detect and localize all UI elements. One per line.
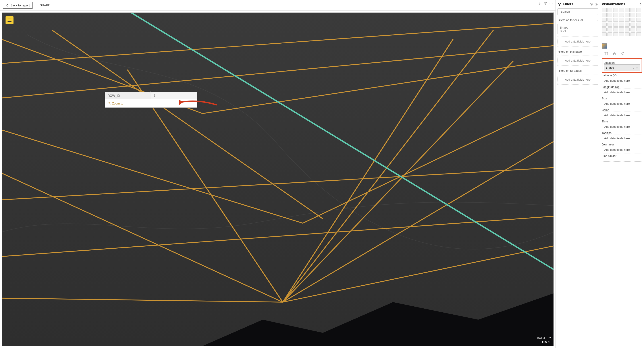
field-well-label: Latitude (Y) bbox=[602, 74, 642, 77]
chevron-right-icon[interactable] bbox=[639, 3, 642, 6]
viz-type-tile[interactable] bbox=[636, 13, 641, 17]
field-well-dropzone[interactable]: Add data fields here bbox=[602, 134, 642, 142]
field-well-dropzone[interactable]: Add data fields here bbox=[602, 123, 642, 130]
svg-point-1 bbox=[591, 4, 592, 5]
filter-icon bbox=[558, 2, 562, 6]
field-well-label: Time bbox=[602, 120, 642, 123]
topbar: Back to report SHAPE ··· bbox=[0, 0, 556, 11]
filters-all-dropzone[interactable]: Add data fields here bbox=[558, 74, 598, 84]
viz-type-tile[interactable] bbox=[602, 32, 606, 36]
viz-type-tile[interactable] bbox=[602, 13, 606, 17]
viz-type-tile[interactable] bbox=[608, 13, 612, 17]
filter-search-input[interactable] bbox=[561, 10, 598, 13]
viz-more-button[interactable]: · · · bbox=[602, 38, 642, 42]
viz-type-tile[interactable] bbox=[613, 8, 618, 12]
viz-type-tile[interactable] bbox=[630, 13, 635, 17]
svg-point-5 bbox=[622, 52, 624, 54]
map-canvas[interactable]: ROW_ID 5 Zoom to POWERED BY esri bbox=[2, 12, 554, 346]
field-well-dropzone[interactable]: Add data fields here bbox=[602, 77, 642, 84]
viz-type-tile[interactable] bbox=[613, 22, 618, 26]
viz-type-tile[interactable] bbox=[630, 18, 635, 22]
viz-type-tile[interactable] bbox=[608, 22, 612, 26]
viz-type-tile[interactable] bbox=[636, 22, 641, 26]
viz-type-tile[interactable] bbox=[613, 28, 618, 32]
viz-type-tile[interactable] bbox=[630, 32, 635, 36]
fields-tab[interactable] bbox=[604, 52, 608, 56]
field-well-label: Longitude (X) bbox=[602, 85, 642, 88]
back-label: Back to report bbox=[10, 4, 30, 7]
viz-type-tile[interactable] bbox=[608, 8, 612, 12]
viz-type-tile[interactable] bbox=[630, 8, 635, 12]
filter-card-shape[interactable]: Shape is (All) bbox=[558, 24, 598, 34]
selected-viz-icon[interactable] bbox=[602, 44, 607, 49]
more-icon[interactable]: ··· bbox=[549, 2, 553, 5]
field-well-dropzone[interactable]: Add data fields here bbox=[602, 112, 642, 119]
filter-search[interactable] bbox=[558, 8, 598, 15]
viz-type-tile[interactable] bbox=[613, 13, 618, 17]
viz-type-tile[interactable] bbox=[636, 8, 641, 12]
popup-field-name: ROW_ID bbox=[105, 92, 151, 99]
viz-type-tile[interactable] bbox=[630, 22, 635, 26]
arrow-left-icon bbox=[6, 4, 9, 7]
more-icon[interactable]: ··· bbox=[596, 18, 598, 22]
viz-type-tile[interactable] bbox=[625, 28, 630, 32]
chevron-down-icon[interactable]: ⌄ bbox=[632, 66, 634, 69]
more-icon[interactable]: ··· bbox=[596, 50, 598, 53]
viz-type-tile[interactable] bbox=[619, 28, 624, 32]
map-menu-button[interactable] bbox=[6, 16, 14, 24]
viz-type-tile[interactable] bbox=[625, 18, 630, 22]
visualizations-pane: Visualizations · · · LocationShape⌄✕Lati… bbox=[600, 0, 644, 348]
viz-type-tile[interactable] bbox=[608, 18, 612, 22]
filters-page-dropzone[interactable]: Add data fields here bbox=[558, 56, 598, 66]
highlighted-field-well: LocationShape⌄✕ bbox=[602, 58, 642, 73]
viz-type-tile[interactable] bbox=[625, 22, 630, 26]
field-well-label: Tooltips bbox=[602, 131, 642, 134]
filter-icon[interactable] bbox=[544, 2, 547, 5]
field-well-dropzone[interactable]: Add data fields here bbox=[602, 88, 642, 96]
more-icon[interactable]: ··· bbox=[596, 69, 598, 72]
viz-type-tile[interactable] bbox=[602, 8, 606, 12]
viz-type-tile[interactable] bbox=[619, 22, 624, 26]
viz-type-tile[interactable] bbox=[636, 28, 641, 32]
viz-type-tile[interactable] bbox=[619, 32, 624, 36]
zoom-to-button[interactable]: Zoom to bbox=[105, 100, 197, 107]
viz-type-tile[interactable] bbox=[619, 8, 624, 12]
viz-type-tile[interactable] bbox=[619, 13, 624, 17]
remove-icon[interactable]: ✕ bbox=[636, 66, 638, 69]
filters-visual-dropzone[interactable]: Add data fields here bbox=[558, 36, 598, 46]
field-well-dropzone[interactable]: Add data fields here bbox=[602, 146, 642, 154]
viz-type-tile[interactable] bbox=[636, 32, 641, 36]
viz-type-tile[interactable] bbox=[625, 13, 630, 17]
format-tab[interactable] bbox=[613, 52, 616, 56]
viz-type-tile[interactable] bbox=[613, 18, 618, 22]
viz-type-tile[interactable] bbox=[608, 28, 612, 32]
map-popup: ROW_ID 5 Zoom to bbox=[105, 92, 197, 108]
viz-type-tile[interactable] bbox=[602, 18, 606, 22]
viz-type-tile[interactable] bbox=[625, 8, 630, 12]
field-well-dropzone[interactable]: Add data fields here bbox=[602, 100, 642, 107]
viz-type-tile[interactable] bbox=[630, 28, 635, 32]
field-well-label: Size bbox=[602, 97, 642, 100]
field-well-dropzone[interactable] bbox=[602, 158, 642, 162]
collapse-icon[interactable] bbox=[594, 2, 598, 6]
field-well-label: Join layer bbox=[602, 143, 642, 146]
map-lines bbox=[2, 12, 554, 346]
viz-type-tile[interactable] bbox=[625, 32, 630, 36]
filters-all-label: Filters on all pages bbox=[558, 69, 582, 72]
viz-type-tile[interactable] bbox=[636, 18, 641, 22]
popup-field-value: 5 bbox=[151, 92, 197, 99]
analytics-tab[interactable] bbox=[621, 52, 625, 56]
viz-type-tile[interactable] bbox=[613, 32, 618, 36]
viz-type-tile[interactable] bbox=[602, 22, 606, 26]
back-to-report-button[interactable]: Back to report bbox=[3, 2, 32, 9]
field-pill[interactable]: Shape⌄✕ bbox=[604, 64, 640, 71]
field-well-label: Location bbox=[604, 61, 640, 64]
viz-type-tile[interactable] bbox=[619, 18, 624, 22]
viz-type-tile[interactable] bbox=[608, 32, 612, 36]
filters-title: Filters bbox=[563, 2, 574, 6]
pin-icon[interactable] bbox=[538, 2, 541, 5]
eye-icon[interactable] bbox=[590, 2, 593, 6]
viz-type-tile[interactable] bbox=[602, 28, 606, 32]
viz-gallery bbox=[602, 8, 642, 36]
field-well-label: Find similar bbox=[602, 154, 642, 158]
